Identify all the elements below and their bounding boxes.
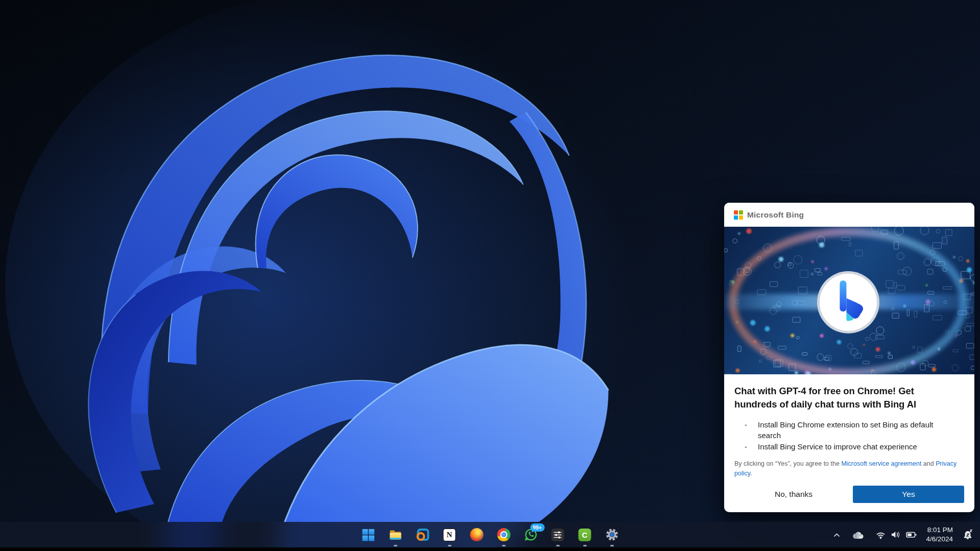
bing-logo-icon — [817, 271, 879, 333]
bullet-text: Install Bing Chrome extension to set Bin… — [758, 419, 934, 442]
whatsapp-icon: 99+ — [524, 528, 537, 541]
clock[interactable]: 8:01 PM 4/6/2024 — [926, 525, 953, 544]
firefox-icon — [470, 528, 483, 541]
wifi-icon — [875, 530, 886, 540]
chrome-icon — [497, 528, 510, 541]
taskbar-icon-audio-mixer[interactable] — [547, 524, 568, 545]
running-indicator — [583, 545, 587, 546]
running-indicator — [556, 545, 560, 546]
taskbar-icon-vmware[interactable] — [412, 524, 433, 545]
taskbar-icon-notion[interactable]: N — [439, 524, 460, 545]
bing-popup-dialog: Microsoft Bing — [724, 203, 974, 512]
bullet-marker: - — [745, 419, 758, 442]
notion-letter: N — [447, 531, 452, 539]
clock-date: 4/6/2024 — [926, 535, 953, 544]
agreement-text: By clicking on “Yes”, you agree to the M… — [734, 459, 964, 478]
screen-bezel — [0, 547, 980, 551]
taskbar-icon-file-explorer[interactable] — [385, 524, 405, 545]
onedrive-cloud-icon — [851, 530, 865, 540]
taskbar-icon-firefox[interactable] — [466, 524, 487, 545]
audio-mixer-icon — [552, 529, 564, 541]
tray-chevron-button[interactable] — [831, 531, 842, 539]
taskbar-center-icons: N 99+ — [358, 522, 622, 547]
taskbar-icon-chrome[interactable] — [493, 524, 514, 545]
taskbar-icon-camtasia[interactable]: C — [575, 524, 595, 545]
bullet-list: - Install Bing Chrome extension to set B… — [745, 419, 934, 452]
whatsapp-badge: 99+ — [530, 523, 544, 532]
windows-start-icon — [362, 529, 375, 541]
running-indicator — [610, 545, 614, 546]
notification-bell-button[interactable] — [960, 526, 976, 543]
running-indicator — [448, 545, 451, 546]
microsoft-logo-icon — [734, 210, 743, 219]
popup-body: Chat with GPT-4 for free on Chrome! Get … — [724, 374, 974, 503]
taskbar-icon-settings[interactable] — [602, 524, 622, 545]
camtasia-letter: C — [582, 531, 588, 539]
battery-icon — [905, 530, 917, 540]
yes-button[interactable]: Yes — [853, 486, 964, 503]
running-indicator — [502, 545, 506, 546]
taskbar: N 99+ — [0, 522, 980, 547]
no-thanks-button[interactable]: No, thanks — [734, 490, 853, 499]
volume-icon — [890, 530, 901, 540]
notion-icon: N — [443, 529, 456, 541]
focus-assist-bell-icon — [962, 529, 974, 541]
bing-ai-hero-image — [724, 227, 974, 374]
taskbar-icon-start[interactable] — [358, 524, 378, 545]
bullet-item: - Install Bing Chrome extension to set B… — [745, 419, 934, 442]
tray-onedrive-button[interactable] — [849, 528, 867, 542]
clock-time: 8:01 PM — [926, 525, 953, 535]
taskbar-icon-whatsapp[interactable]: 99+ — [520, 524, 541, 545]
vmware-icon — [416, 528, 429, 541]
brand-label: Microsoft Bing — [747, 210, 804, 220]
bullet-item: - Install Bing Service to improve chat e… — [745, 441, 934, 452]
bullet-marker: - — [745, 441, 758, 452]
hero-collage — [724, 227, 974, 374]
bullet-text: Install Bing Service to improve chat exp… — [758, 441, 934, 452]
settings-gear-icon — [605, 528, 618, 541]
popup-heading: Chat with GPT-4 for free on Chrome! Get … — [734, 385, 964, 412]
camtasia-icon: C — [579, 529, 591, 541]
button-row: No, thanks Yes — [734, 486, 964, 503]
popup-header: Microsoft Bing — [724, 203, 974, 227]
running-indicator — [394, 545, 397, 546]
quick-settings-button[interactable] — [873, 528, 919, 542]
file-explorer-icon — [389, 528, 402, 541]
system-tray: 8:01 PM 4/6/2024 — [831, 522, 976, 547]
chevron-up-icon — [833, 533, 840, 537]
service-agreement-link[interactable]: Microsoft service agreement — [841, 460, 921, 467]
